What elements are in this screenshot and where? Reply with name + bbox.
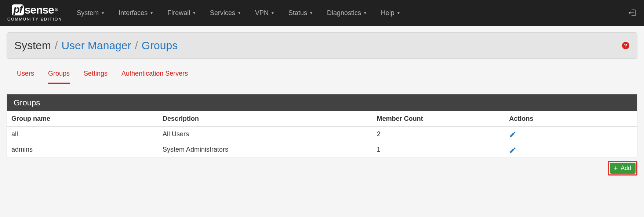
caret-down-icon: ▼: [397, 11, 400, 15]
table-row: all All Users 2: [7, 127, 637, 142]
breadcrumb-root: System: [14, 39, 51, 52]
nav-label: Help: [381, 9, 394, 17]
nav-system[interactable]: System▼: [77, 9, 105, 17]
table-header-row: Group name Description Member Count Acti…: [7, 111, 637, 127]
tab-users[interactable]: Users: [17, 70, 34, 84]
add-button[interactable]: Add: [610, 163, 636, 174]
content-area: System / User Manager / Groups ? Users G…: [0, 26, 644, 182]
nav-diagnostics[interactable]: Diagnostics▼: [327, 9, 367, 17]
caret-down-icon: ▼: [237, 11, 241, 15]
cell-member-count: 1: [372, 142, 505, 158]
add-button-highlight: Add: [608, 161, 637, 176]
svg-text:?: ?: [624, 43, 627, 48]
caret-down-icon: ▼: [271, 11, 274, 15]
pencil-icon[interactable]: [509, 146, 516, 153]
nav-items: System▼ Interfaces▼ Firewall▼ Services▼ …: [77, 9, 400, 17]
cell-actions: [505, 142, 637, 158]
caret-down-icon: ▼: [309, 11, 313, 15]
logo[interactable]: pfsense® COMMUNITY EDITION: [7, 4, 62, 21]
breadcrumb-groups[interactable]: Groups: [142, 39, 178, 52]
plus-icon: [613, 165, 619, 171]
add-button-label: Add: [621, 165, 631, 171]
logo-subtitle: COMMUNITY EDITION: [7, 17, 62, 21]
nav-firewall[interactable]: Firewall▼: [167, 9, 196, 17]
breadcrumb-separator: /: [55, 39, 58, 52]
nav-label: Status: [288, 9, 307, 17]
caret-down-icon: ▼: [192, 11, 196, 15]
add-button-row: Add: [7, 161, 637, 176]
col-member-count: Member Count: [372, 111, 505, 127]
caret-down-icon: ▼: [363, 11, 367, 15]
col-description: Description: [158, 111, 372, 127]
caret-down-icon: ▼: [150, 11, 153, 15]
tab-settings[interactable]: Settings: [84, 70, 108, 84]
groups-panel: Groups Group name Description Member Cou…: [7, 94, 637, 158]
navbar-left: pfsense® COMMUNITY EDITION System▼ Inter…: [7, 4, 400, 21]
nav-label: VPN: [255, 9, 269, 17]
nav-label: System: [77, 9, 99, 17]
nav-label: Firewall: [167, 9, 190, 17]
breadcrumb-user-manager[interactable]: User Manager: [61, 39, 131, 52]
nav-help[interactable]: Help▼: [381, 9, 400, 17]
cell-group-name: all: [7, 127, 158, 142]
caret-down-icon: ▼: [101, 11, 105, 15]
cell-description: All Users: [158, 127, 372, 142]
top-navbar: pfsense® COMMUNITY EDITION System▼ Inter…: [0, 0, 644, 26]
tab-groups[interactable]: Groups: [48, 70, 70, 84]
cell-group-name: admins: [7, 142, 158, 158]
nav-vpn[interactable]: VPN▼: [255, 9, 274, 17]
nav-services[interactable]: Services▼: [210, 9, 241, 17]
tab-auth-servers[interactable]: Authentication Servers: [121, 70, 188, 84]
breadcrumb-panel: System / User Manager / Groups ?: [7, 32, 637, 59]
cell-member-count: 2: [372, 127, 505, 142]
cell-description: System Administrators: [158, 142, 372, 158]
logo-brand: sense: [25, 4, 54, 15]
panel-title: Groups: [7, 94, 637, 111]
pencil-icon[interactable]: [509, 130, 516, 138]
nav-label: Interfaces: [119, 9, 148, 17]
tabs: Users Groups Settings Authentication Ser…: [7, 59, 637, 84]
cell-actions: [505, 127, 637, 142]
nav-status[interactable]: Status▼: [288, 9, 313, 17]
logo-pf: pf: [12, 4, 23, 15]
nav-label: Diagnostics: [327, 9, 361, 17]
logout-icon[interactable]: [628, 8, 637, 17]
col-actions: Actions: [505, 111, 637, 127]
registered-icon: ®: [55, 8, 58, 12]
table-row: admins System Administrators 1: [7, 142, 637, 158]
col-group-name: Group name: [7, 111, 158, 127]
breadcrumb: System / User Manager / Groups: [14, 39, 178, 52]
breadcrumb-separator: /: [135, 39, 138, 52]
logo-main: pfsense®: [12, 4, 57, 15]
groups-table: Group name Description Member Count Acti…: [7, 111, 637, 158]
nav-interfaces[interactable]: Interfaces▼: [119, 9, 153, 17]
nav-label: Services: [210, 9, 235, 17]
help-icon[interactable]: ?: [622, 41, 630, 50]
